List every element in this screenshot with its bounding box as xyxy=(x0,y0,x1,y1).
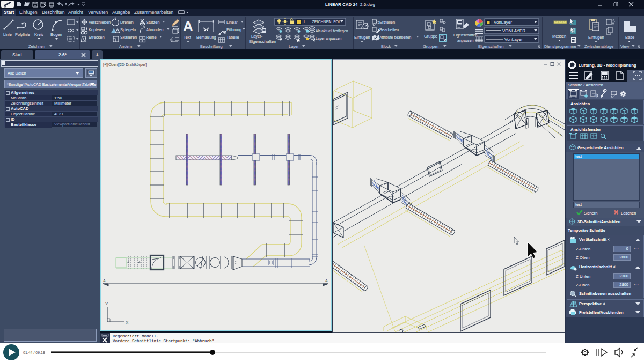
svg-text:Layer: Layer xyxy=(289,44,299,49)
svg-text:Spiegeln: Spiegeln xyxy=(120,27,136,32)
svg-text:VonLayer: VonLayer xyxy=(504,37,523,42)
svg-text:View: View xyxy=(620,44,630,49)
svg-text:Bemaßung: Bemaßung xyxy=(196,35,216,40)
svg-text:Bearbeiten: Bearbeiten xyxy=(379,27,399,32)
svg-text:[+][Oben][2D-Drahtkörper]: [+][Oben][2D-Drahtkörper] xyxy=(103,63,147,67)
svg-text:Beschriftung: Beschriftung xyxy=(200,44,223,49)
svg-text:Linie: Linie xyxy=(3,32,12,37)
svg-text:Sichern: Sichern xyxy=(584,211,597,216)
svg-text:Eigenschaften: Eigenschaften xyxy=(453,33,477,38)
svg-text:Kopieren: Kopieren xyxy=(89,27,105,32)
svg-text:Kreis: Kreis xyxy=(34,32,43,37)
svg-text:Drehen: Drehen xyxy=(120,20,134,25)
svg-text:Führung: Führung xyxy=(226,27,241,32)
svg-text:Layer anpassen: Layer anpassen xyxy=(316,36,342,41)
svg-text:Ändern: Ändern xyxy=(119,44,132,49)
svg-text:Messen: Messen xyxy=(552,34,566,39)
svg-text:Zeichnen: Zeichnen xyxy=(28,44,45,49)
svg-text:Einfügen: Einfügen xyxy=(588,35,604,40)
svg-text:Layer-: Layer- xyxy=(251,34,263,39)
svg-text:Bogen: Bogen xyxy=(50,32,62,37)
svg-text:Y: Y xyxy=(105,301,108,306)
svg-text:Einfügen: Einfügen xyxy=(354,35,370,40)
svg-text:Tabelle: Tabelle xyxy=(226,35,239,40)
svg-text:A: A xyxy=(183,18,193,34)
svg-text:Attribute bearbeiten: Attribute bearbeiten xyxy=(379,35,412,39)
svg-text:LINEAR CAD 24: LINEAR CAD 24 xyxy=(325,2,358,7)
svg-text:Strecken: Strecken xyxy=(89,35,105,40)
svg-text:Skalieren: Skalieren xyxy=(120,35,137,40)
svg-text:Eigenschaften: Eigenschaften xyxy=(478,44,504,49)
svg-text:Linear: Linear xyxy=(226,20,238,25)
svg-text:X: X xyxy=(126,320,129,325)
svg-text:Polylinie: Polylinie xyxy=(15,32,30,37)
svg-text:A: A xyxy=(325,279,328,283)
svg-text:01:44 / 09:18: 01:44 / 09:18 xyxy=(23,351,45,354)
svg-text:Erstellen: Erstellen xyxy=(379,20,395,25)
svg-text:Stutzen: Stutzen xyxy=(146,20,159,25)
svg-text:Gruppen: Gruppen xyxy=(423,44,438,49)
svg-text:Abrunden: Abrunden xyxy=(146,27,164,32)
svg-text:anpassen: anpassen xyxy=(457,39,473,43)
svg-text:L___ZEICHNEN_FOI: L___ZEICHNEN_FOI xyxy=(304,20,340,24)
svg-text:Reihe: Reihe xyxy=(146,35,157,40)
svg-text:A: A xyxy=(103,279,106,283)
svg-text:Lüftung, 3D - Modellplanung: Lüftung, 3D - Modellplanung xyxy=(579,63,636,68)
svg-text:VonLayer: VonLayer xyxy=(494,20,512,25)
svg-text:Text: Text xyxy=(184,35,192,40)
svg-text:VONLAYER: VONLAYER xyxy=(502,28,525,33)
svg-text:2.6.dwg: 2.6.dwg xyxy=(360,2,375,7)
svg-text:Gruppe: Gruppe xyxy=(424,34,437,39)
svg-text:Dienstprogramme: Dienstprogramme xyxy=(544,44,576,49)
svg-text:Block: Block xyxy=(381,44,391,49)
svg-text:Base: Base xyxy=(625,35,634,40)
svg-text:Eigenschaften: Eigenschaften xyxy=(249,39,276,44)
svg-text:Zwischenablage: Zwischenablage xyxy=(584,44,613,49)
svg-text:Als aktuell festlegen: Als aktuell festlegen xyxy=(316,29,348,33)
svg-text:Verschieben: Verschieben xyxy=(89,20,111,25)
svg-text:Löschen: Löschen xyxy=(621,211,636,216)
